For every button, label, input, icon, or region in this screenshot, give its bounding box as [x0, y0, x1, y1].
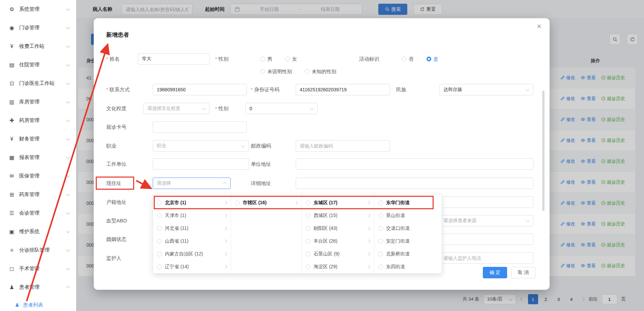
radio-icon[interactable] [378, 213, 383, 218]
cascader-column-4: 东华门街道景山街道交道口街道安定门街道北新桥街道东四街道 [374, 194, 442, 273]
sidebar-item-12[interactable]: ☰会诊管理 [0, 204, 76, 222]
pharmacy-icon: ✚ [7, 117, 16, 124]
triage-queue-icon: ≡ [7, 247, 16, 253]
gender2-select[interactable]: 0 [245, 103, 318, 114]
sidebar-item-14[interactable]: ≡分诊排队管理 [0, 241, 76, 259]
sidebar-item-13[interactable]: ▣维护系统 [0, 222, 76, 241]
cascader-option[interactable]: 市辖区 (16) [231, 196, 301, 209]
radio-icon[interactable] [306, 265, 311, 269]
cancel-button[interactable]: 取 消 [511, 267, 535, 278]
radio-icon[interactable] [378, 252, 383, 256]
cascader-option[interactable]: 天津市 (1) [153, 209, 231, 222]
radio-icon[interactable] [306, 213, 311, 218]
cascader-column-2: 市辖区 (16) [231, 194, 302, 273]
name-input[interactable] [138, 53, 210, 65]
guardian-phone-input[interactable] [439, 252, 533, 264]
radio-icon[interactable] [157, 200, 162, 205]
cascader-option[interactable]: 北京市 (1) [153, 196, 231, 209]
radio-icon[interactable] [157, 213, 162, 218]
cascader-option[interactable]: 景山街道 [374, 209, 442, 222]
cascader-option[interactable]: 丰台区 (26) [302, 235, 374, 248]
education-select[interactable]: 请选择文化程度 [143, 103, 209, 114]
sidebar-item-15[interactable]: ◻手术管理 [0, 259, 76, 278]
cascader-option[interactable]: 安定门街道 [374, 235, 442, 248]
radio-icon[interactable] [235, 200, 240, 205]
cascader-option-label: 交道口街道 [386, 225, 438, 231]
cascader-option[interactable]: 朝阳区 (43) [302, 222, 374, 235]
radio-icon[interactable] [378, 226, 383, 231]
radio-icon[interactable] [157, 252, 162, 256]
sidebar-subitem-patient-list[interactable]: ♟ 患者列表 [0, 297, 76, 311]
sidebar-item-5[interactable]: ⊡门诊医生工作站 [0, 74, 76, 93]
detail-address-input[interactable] [296, 178, 533, 189]
cascader-option[interactable]: 北新桥街道 [374, 248, 442, 260]
chevron-right-icon [223, 265, 227, 269]
outpatient-icon: ◉ [7, 25, 16, 31]
cascader-option[interactable]: 东华门街道 [374, 196, 442, 209]
id-number-input[interactable] [296, 84, 390, 95]
postal-code-input[interactable] [296, 140, 390, 152]
radio-icon[interactable] [306, 252, 311, 256]
cascader-option-label: 天津市 (1) [165, 213, 221, 219]
radio-female[interactable]: 女 [285, 56, 297, 62]
chevron-down-icon [66, 81, 70, 85]
radio-icon[interactable] [378, 265, 383, 269]
cascader-option[interactable]: 山西省 (11) [153, 235, 231, 248]
cascader-option[interactable]: 东四街道 [374, 260, 442, 273]
cascader-option[interactable]: 石景山区 (9) [302, 248, 374, 260]
finance-icon: ¥ [7, 136, 16, 142]
cascader-option[interactable]: 西城区 (15) [302, 209, 374, 222]
sidebar-item-16[interactable]: ♟患者管理 [0, 278, 76, 297]
cascader-option[interactable]: 交道口街道 [374, 222, 442, 235]
confirm-button[interactable]: 确 定 [483, 267, 507, 278]
contact-input[interactable] [153, 84, 247, 95]
current-address-cascader-select[interactable]: 请选择 [153, 178, 231, 189]
chevron-right-icon [367, 226, 370, 230]
cascader-option[interactable]: 海淀区 (29) [302, 260, 374, 273]
radio-icon[interactable] [157, 239, 162, 244]
cascader-option[interactable]: 辽宁省 (14) [153, 260, 231, 273]
visit-card-input[interactable] [153, 121, 247, 133]
chevron-down-icon [66, 136, 70, 140]
sidebar-item-9[interactable]: ▦报表管理 [0, 148, 76, 167]
gear-icon: ⚙ [7, 6, 16, 12]
radio-icon[interactable] [306, 239, 311, 244]
unit-address-input[interactable] [296, 158, 533, 170]
close-icon[interactable]: × [537, 22, 541, 30]
cascader-option[interactable]: 河北省 (11) [153, 222, 231, 235]
radio-checked-icon [427, 57, 431, 61]
sidebar-item-4[interactable]: ▤住院管理 [0, 56, 76, 74]
modal-title: 新增患者 [106, 31, 129, 39]
sidebar-item-10[interactable]: ✉医保管理 [0, 167, 76, 185]
work-unit-input[interactable] [153, 158, 249, 170]
radio-yes[interactable]: 是 [427, 56, 439, 62]
radio-icon[interactable] [157, 265, 162, 269]
cascader-option-label: 朝阳区 (43) [314, 225, 364, 231]
nation-select[interactable]: 达斡尔族 [439, 84, 533, 95]
occupation-select[interactable]: 职业 [153, 140, 249, 152]
chevron-right-icon [294, 201, 298, 205]
radio-icon[interactable] [306, 226, 311, 231]
radio-icon[interactable] [157, 226, 162, 231]
sidebar-item-6[interactable]: ▥库房管理 [0, 93, 76, 111]
sidebar-item-7[interactable]: ✚药房管理 [0, 111, 76, 130]
modal-scrollbar[interactable] [542, 91, 545, 211]
sidebar-item-label: 门诊管理 [19, 25, 67, 31]
radio-unspecified-gender[interactable]: 未说明性别 [260, 68, 292, 75]
cascader-option[interactable]: 东城区 (17) [302, 196, 374, 209]
cascader-option[interactable]: 内蒙古自治区 (12) [153, 248, 231, 260]
sidebar-item-2[interactable]: ◉门诊管理 [0, 19, 76, 37]
sidebar-item-8[interactable]: ¥财务管理 [0, 130, 76, 148]
radio-male[interactable]: 男 [260, 56, 272, 62]
radio-unknown-gender[interactable]: 未知的性别 [305, 68, 336, 75]
sidebar-item-3[interactable]: ¥收费工作站 [0, 37, 76, 56]
sidebar-item-1[interactable]: ⚙系统管理 [0, 0, 76, 19]
patient-source-select[interactable]: 请选择患者来源 [439, 215, 533, 226]
sidebar-item-11[interactable]: ⊞药库管理 [0, 185, 76, 204]
gender2-value: 0 [250, 106, 252, 111]
radio-no[interactable]: 否 [402, 56, 414, 62]
radio-icon[interactable] [378, 200, 383, 205]
cascader-option-label: 市辖区 (16) [243, 200, 292, 206]
radio-icon[interactable] [306, 200, 311, 205]
radio-icon[interactable] [378, 239, 383, 244]
